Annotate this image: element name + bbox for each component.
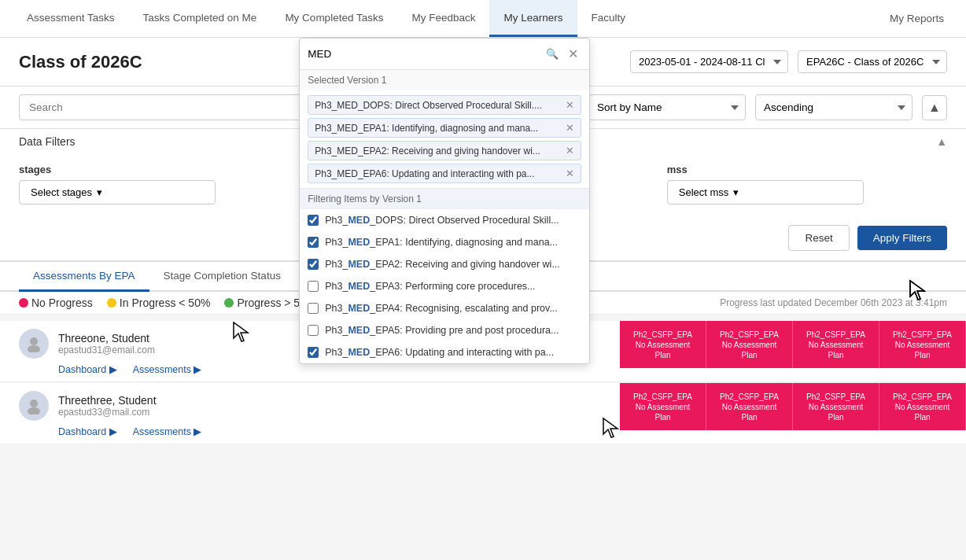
assessments-link[interactable]: Assessments ▶	[133, 426, 202, 437]
assessments-link[interactable]: Assessments ▶	[133, 363, 202, 375]
tag-item: Ph3_MED_EPA6: Updating and interacting w…	[308, 164, 581, 183]
tag-text: Ph3_MED_EPA1: Identifying, diagnosing an…	[315, 123, 538, 134]
epa-cell: Ph2_CSFP_EPANo AssessmentPlan	[793, 383, 879, 430]
med-dropdown: 🔍 ✕ Selected Version 1 Ph3_MED_DOPS: Dir…	[299, 38, 590, 364]
tag-close-icon[interactable]: ✕	[566, 99, 574, 111]
nav-tabs: Assessment Tasks Tasks Completed on Me M…	[13, 0, 880, 37]
data-filters-label: Data Filters	[19, 135, 76, 148]
dropdown-item-label: Ph3_MED_DOPS: Direct Observed Procedural…	[325, 215, 559, 226]
mss-filter: mss Select mss ▾	[667, 164, 947, 204]
mss-select[interactable]: Select mss ▾	[667, 180, 864, 204]
dropdown-item-label: Ph3_MED_EPA6: Updating and interacting w…	[325, 347, 554, 358]
dropdown-item-label: Ph3_MED_EPA5: Providing pre and post pro…	[325, 325, 559, 336]
dropdown-close-icon[interactable]: ✕	[565, 45, 581, 63]
avatar	[19, 329, 49, 359]
tab-my-completed-tasks[interactable]: My Completed Tasks	[271, 0, 397, 37]
reports-button[interactable]: My Reports	[880, 8, 953, 29]
dropdown-checkbox[interactable]	[308, 303, 319, 314]
top-nav: Assessment Tasks Tasks Completed on Me M…	[0, 0, 966, 38]
data-filters-body: stages Select stages ▾ 🔍 ✕ Selected Vers…	[0, 154, 966, 217]
progress-note: Progress last updated December 06th 2023…	[720, 297, 947, 308]
learner-row: Threethree, Student epastud33@mail.com 0…	[0, 383, 966, 444]
epa-cell: Ph2_CSFP_EPANo AssessmentPlan	[706, 321, 793, 368]
epa-cell: Ph2_CSFP_EPANo AssessmentPlan	[879, 383, 966, 430]
svg-point-2	[30, 400, 38, 407]
epa-cell: Ph2_CSFP_EPANo AssessmentPlan	[620, 321, 706, 368]
dropdown-item[interactable]: Ph3_MED_EPA3: Performing core procedures…	[300, 275, 589, 297]
reset-button[interactable]: Reset	[788, 225, 849, 251]
stages-placeholder: Select stages	[31, 186, 92, 198]
data-filters: Data Filters ▲ stages Select stages ▾ 🔍 …	[0, 129, 966, 262]
sort-select[interactable]: Sort by Name	[588, 94, 746, 120]
mss-placeholder: Select mss	[679, 186, 729, 198]
selected-version-label: Selected Version 1	[300, 70, 589, 90]
dropdown-item[interactable]: Ph3_MED_EPA5: Providing pre and post pro…	[300, 319, 589, 341]
progress-over-50-dot	[224, 298, 234, 308]
dropdown-search-bar: 🔍 ✕	[300, 39, 589, 70]
dropdown-item[interactable]: Ph3_MED_EPA4: Recognising, escalating an…	[300, 297, 589, 319]
selected-tags: Ph3_MED_DOPS: Direct Observed Procedural…	[300, 90, 589, 189]
dropdown-checkbox[interactable]	[308, 281, 319, 292]
dropdown-checkbox[interactable]	[308, 215, 319, 226]
dropdown-checkbox[interactable]	[308, 347, 319, 358]
dropdown-checkbox[interactable]	[308, 237, 319, 248]
tab-assessments-by-epa[interactable]: Assessments By EPA	[19, 262, 149, 292]
stages-chevron-icon: ▾	[97, 186, 102, 198]
tag-item: Ph3_MED_EPA1: Identifying, diagnosing an…	[308, 118, 581, 138]
dropdown-item-label: Ph3_MED_EPA2: Receiving and giving hando…	[325, 259, 560, 270]
legend-in-progress: In Progress < 50%	[107, 297, 211, 309]
epa-cell: Ph2_CSFP_EPANo AssessmentPlan	[706, 383, 793, 430]
svg-point-1	[28, 345, 40, 352]
dropdown-item[interactable]: Ph3_MED_DOPS: Direct Observed Procedural…	[300, 209, 589, 231]
tab-stage-completion[interactable]: Stage Completion Status	[149, 262, 295, 292]
order-select[interactable]: Ascending	[755, 94, 913, 120]
dropdown-item[interactable]: Ph3_MED_EPA1: Identifying, diagnosing an…	[300, 231, 589, 253]
avatar	[19, 391, 49, 421]
tag-item: Ph3_MED_EPA2: Receiving and giving hando…	[308, 141, 581, 160]
dropdown-checkbox[interactable]	[308, 259, 319, 270]
tag-text: Ph3_MED_EPA6: Updating and interacting w…	[315, 168, 534, 179]
stages-select[interactable]: Select stages ▾	[19, 180, 216, 204]
page-title: Class of 2026C	[19, 52, 142, 72]
filtering-label: Filtering Items by Version 1	[300, 189, 589, 209]
no-progress-label: No Progress	[31, 297, 93, 309]
search-icon: 🔍	[546, 48, 559, 60]
dropdown-item[interactable]: Ph3_MED_EPA2: Receiving and giving hando…	[300, 253, 589, 275]
tag-item: Ph3_MED_DOPS: Direct Observed Procedural…	[308, 95, 581, 115]
apply-filters-button[interactable]: Apply Filters	[857, 226, 947, 250]
header-controls: 2023-05-01 - 2024-08-11 Cl EPA26C - Clas…	[630, 50, 947, 73]
data-filters-collapse[interactable]: ▲	[936, 135, 947, 148]
dropdown-checkbox[interactable]	[308, 325, 319, 336]
tab-faculty[interactable]: Faculty	[577, 0, 640, 37]
dropdown-list: Ph3_MED_DOPS: Direct Observed Procedural…	[300, 209, 589, 363]
legend-no-progress: No Progress	[19, 297, 93, 309]
tag-close-icon[interactable]: ✕	[566, 168, 574, 179]
dropdown-search-input[interactable]	[308, 48, 540, 60]
svg-point-3	[28, 407, 40, 414]
tab-assessment-tasks[interactable]: Assessment Tasks	[13, 0, 129, 37]
tab-tasks-completed-on-me[interactable]: Tasks Completed on Me	[129, 0, 271, 37]
tag-text: Ph3_MED_DOPS: Direct Observed Procedural…	[315, 100, 542, 111]
tag-close-icon[interactable]: ✕	[566, 122, 574, 134]
mss-chevron-icon: ▾	[733, 186, 739, 198]
dropdown-item-label: Ph3_MED_EPA1: Identifying, diagnosing an…	[325, 237, 558, 248]
epa-cell: Ph2_CSFP_EPANo AssessmentPlan	[879, 321, 966, 368]
in-progress-label: In Progress < 50%	[120, 297, 211, 309]
date-range-select[interactable]: 2023-05-01 - 2024-08-11 Cl	[630, 50, 788, 73]
legend: No Progress In Progress < 50% Progress >…	[19, 297, 315, 309]
dashboard-link[interactable]: Dashboard ▶	[58, 363, 117, 375]
tab-my-feedback[interactable]: My Feedback	[397, 0, 489, 37]
dropdown-item-label: Ph3_MED_EPA4: Recognising, escalating an…	[325, 303, 558, 314]
dropdown-item[interactable]: Ph3_MED_EPA6: Updating and interacting w…	[300, 341, 589, 363]
tab-my-learners[interactable]: My Learners	[489, 0, 577, 37]
class-select[interactable]: EPA26C - Class of 2026C	[798, 50, 947, 73]
stages-filter: stages Select stages ▾	[19, 164, 299, 204]
tag-close-icon[interactable]: ✕	[566, 145, 574, 157]
epa-cell: Ph2_CSFP_EPANo AssessmentPlan	[793, 321, 879, 368]
collapse-button[interactable]: ▲	[922, 95, 947, 120]
dashboard-link[interactable]: Dashboard ▶	[58, 426, 117, 437]
tag-text: Ph3_MED_EPA2: Receiving and giving hando…	[315, 146, 540, 157]
stages-label: stages	[19, 164, 299, 175]
in-progress-dot	[107, 298, 116, 308]
svg-point-0	[30, 337, 38, 345]
